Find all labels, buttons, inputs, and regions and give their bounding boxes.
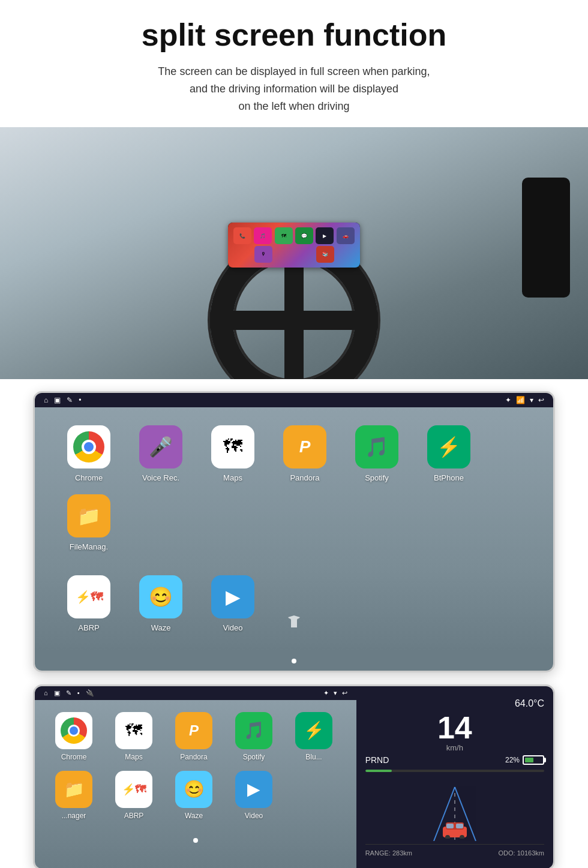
recent-apps-icon[interactable]: ▣ bbox=[54, 396, 61, 404]
app-item-abrp[interactable]: ⚡🗺 ABRP bbox=[53, 569, 125, 638]
home-icon[interactable]: ⌂ bbox=[44, 396, 48, 404]
range-odo-row: RANGE: 283km ODO: 10163km bbox=[365, 849, 544, 857]
gear-battery-row: PRND 22% bbox=[365, 755, 544, 765]
split-dot-indicator bbox=[35, 831, 356, 849]
pandora-label: Pandora bbox=[290, 473, 319, 482]
dot-icon: • bbox=[79, 396, 81, 404]
split-usb-icon: 🔌 bbox=[86, 689, 94, 697]
app-item-maps[interactable]: 🗺 Maps bbox=[197, 419, 269, 488]
split-video-label: Video bbox=[245, 812, 263, 820]
app-item-waze[interactable]: 😊 Waze bbox=[125, 569, 197, 638]
right-side-screen bbox=[522, 178, 570, 298]
split-app-spotify[interactable]: 🎵 Spotify bbox=[224, 707, 284, 766]
range-display: RANGE: 283km bbox=[365, 849, 412, 857]
split-screen-container: ⌂ ▣ ✎ • 🔌 ✦ ▾ ↩ bbox=[33, 684, 555, 868]
gear-display: PRND bbox=[365, 755, 389, 765]
btphone-label: BtPhone bbox=[434, 473, 464, 482]
app-item-spotify[interactable]: 🎵 Spotify bbox=[341, 419, 413, 488]
location-icon: ▾ bbox=[530, 396, 533, 404]
mini-app-music: 🎵 bbox=[254, 227, 272, 244]
split-app-pandora[interactable]: P Pandora bbox=[164, 707, 224, 766]
split-spotify-icon: 🎵 bbox=[235, 712, 272, 749]
split-back-icon[interactable]: ↩ bbox=[342, 689, 347, 697]
page-dot-indicator bbox=[35, 650, 553, 671]
mini-app-audiobooks: 📚 bbox=[316, 246, 334, 263]
split-recent-icon[interactable]: ▣ bbox=[54, 689, 60, 697]
maps-label: Maps bbox=[223, 473, 242, 482]
split-chrome-icon bbox=[55, 712, 92, 749]
split-status-left: ⌂ ▣ ✎ • 🔌 bbox=[44, 689, 94, 697]
split-maps-icon: 🗺 bbox=[115, 712, 152, 749]
mini-app-carplay: 🚗 bbox=[337, 227, 355, 244]
split-abrp-label: ABRP bbox=[124, 812, 144, 820]
video-icon: ▶ bbox=[211, 575, 254, 618]
chrome-label: Chrome bbox=[75, 473, 103, 482]
split-loc-icon: ▾ bbox=[334, 689, 337, 697]
split-filemanager-label: ...nager bbox=[62, 812, 86, 820]
split-home-icon[interactable]: ⌂ bbox=[44, 689, 48, 696]
split-app-grid-row1: Chrome 🗺 Maps P Pandora bbox=[35, 700, 356, 766]
wifi-icon: 📶 bbox=[516, 396, 525, 404]
app-item-voice[interactable]: 🎤 Voice Rec. bbox=[125, 419, 197, 488]
split-right-panel: 64.0°C 14 km/h PRND 22% bbox=[356, 686, 553, 868]
app-item-video[interactable]: ▶ Video bbox=[197, 569, 269, 638]
video-label: Video bbox=[223, 623, 242, 632]
split-bt-app-icon: ⚡ bbox=[295, 712, 332, 749]
split-app-bluetooth[interactable]: ⚡ Blu... bbox=[284, 707, 344, 766]
app-grid-row1: Chrome 🎤 Voice Rec. 🗺 Maps P Pandora 🎵 bbox=[35, 407, 553, 569]
split-app-abrp[interactable]: ⚡🗺 ABRP bbox=[104, 766, 164, 825]
app-grid-row2: ⚡🗺 ABRP 😊 Waze ▶ Video bbox=[35, 569, 553, 650]
mini-app-podcasts: 🎙 bbox=[254, 246, 272, 263]
status-bar-1: ⌂ ▣ ✎ • ✦ 📶 ▾ ↩ bbox=[35, 393, 553, 407]
app-item-btphone[interactable]: ⚡ BtPhone bbox=[413, 419, 485, 488]
voice-label: Voice Rec. bbox=[142, 473, 179, 482]
split-waze-icon: 😊 bbox=[175, 771, 212, 808]
split-abrp-icon: ⚡🗺 bbox=[115, 771, 152, 808]
split-pandora-icon: P bbox=[175, 712, 212, 749]
split-dot-icon: • bbox=[77, 689, 80, 696]
temperature-row: 64.0°C bbox=[365, 698, 544, 709]
split-status-right: ✦ ▾ ↩ bbox=[323, 689, 347, 697]
header-section: split screen function The screen can be … bbox=[0, 0, 588, 127]
split-edit-icon[interactable]: ✎ bbox=[66, 689, 71, 697]
split-bt-icon: ✦ bbox=[323, 689, 329, 697]
split-app-waze[interactable]: 😊 Waze bbox=[164, 766, 224, 825]
split-app-video[interactable]: ▶ Video bbox=[224, 766, 284, 825]
split-chrome-label: Chrome bbox=[61, 753, 87, 761]
dashboard-screen-full: ⌂ ▣ ✎ • ✦ 📶 ▾ ↩ Chrome 🎤 Voic bbox=[33, 391, 555, 672]
edit-icon[interactable]: ✎ bbox=[67, 396, 73, 404]
status-bar-left: ⌂ ▣ ✎ • bbox=[44, 396, 81, 404]
waze-label: Waze bbox=[151, 623, 171, 632]
voice-icon: 🎤 bbox=[139, 425, 182, 468]
tesla-logo bbox=[285, 612, 303, 632]
mini-dashboard-screen: 📞 🎵 🗺 💬 ▶ 🚗 🎙 📚 bbox=[228, 223, 360, 268]
back-icon[interactable]: ↩ bbox=[538, 396, 544, 404]
car-icon bbox=[440, 818, 470, 841]
split-app-grid-row2: 📁 ...nager ⚡🗺 ABRP 😊 Waze bbox=[35, 766, 356, 831]
spotify-label: Spotify bbox=[365, 473, 389, 482]
abrp-icon: ⚡🗺 bbox=[67, 575, 110, 618]
split-screen-panel: ⌂ ▣ ✎ • 🔌 ✦ ▾ ↩ bbox=[33, 684, 555, 868]
split-app-filemanager[interactable]: 📁 ...nager bbox=[44, 766, 104, 825]
filemanager-icon: 📁 bbox=[67, 494, 110, 537]
split-waze-label: Waze bbox=[185, 812, 203, 820]
status-bar-right: ✦ 📶 ▾ ↩ bbox=[505, 396, 544, 404]
page-title: split screen function bbox=[24, 18, 564, 52]
split-app-maps[interactable]: 🗺 Maps bbox=[104, 707, 164, 766]
filemanager-label: FileManag. bbox=[70, 542, 108, 551]
mini-app-messages: 💬 bbox=[295, 227, 313, 244]
split-status-bar: ⌂ ▣ ✎ • 🔌 ✦ ▾ ↩ bbox=[35, 686, 356, 700]
mini-app-maps-small: 🗺 bbox=[275, 227, 293, 244]
speed-bar bbox=[365, 770, 544, 772]
app-item-chrome[interactable]: Chrome bbox=[53, 419, 125, 488]
app-item-pandora[interactable]: P Pandora bbox=[269, 419, 341, 488]
split-spotify-label: Spotify bbox=[243, 753, 265, 761]
split-filemanager-icon: 📁 bbox=[55, 771, 92, 808]
app-item-filemanager[interactable]: 📁 FileManag. bbox=[53, 488, 125, 557]
split-app-chrome[interactable]: Chrome bbox=[44, 707, 104, 766]
speed-bar-fill bbox=[365, 770, 392, 772]
chrome-icon bbox=[67, 425, 110, 468]
split-bt-label: Blu... bbox=[305, 753, 322, 761]
subtitle: The screen can be displayed in full scre… bbox=[24, 63, 564, 115]
mini-app-phone: 📞 bbox=[233, 227, 251, 244]
